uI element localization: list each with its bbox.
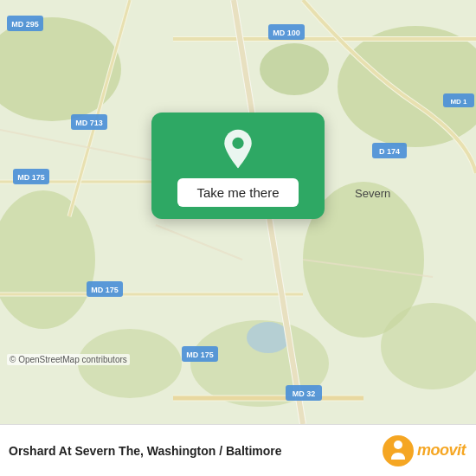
svg-point-9 [247, 322, 290, 353]
moovit-logo: moovit [383, 435, 466, 466]
card-overlay: Take me there [151, 113, 325, 219]
svg-text:MD 100: MD 100 [273, 29, 300, 37]
bottom-info: Orshard At Severn The, Washington / Balt… [9, 444, 282, 458]
svg-text:MD 175: MD 175 [17, 173, 45, 182]
copyright-text: © OpenStreetMap contributors [7, 354, 130, 365]
svg-point-45 [383, 435, 414, 466]
svg-text:D 174: D 174 [379, 147, 400, 156]
svg-text:MD 1: MD 1 [450, 98, 467, 106]
svg-text:MD 295: MD 295 [11, 20, 39, 29]
svg-point-46 [394, 441, 402, 449]
svg-point-8 [260, 43, 329, 95]
take-me-there-button[interactable]: Take me there [177, 178, 298, 207]
svg-text:MD 175: MD 175 [186, 351, 214, 359]
svg-text:MD 713: MD 713 [75, 119, 103, 127]
moovit-text: moovit [417, 441, 466, 460]
svg-point-44 [232, 138, 243, 149]
bottom-bar: Orshard At Severn The, Washington / Balt… [0, 424, 476, 476]
location-pin-icon [217, 128, 259, 170]
svg-text:MD 175: MD 175 [91, 286, 119, 294]
moovit-icon [383, 435, 414, 466]
svg-text:Severn: Severn [355, 187, 390, 200]
map-container: MD 295 MD 100 MD 713 MD 175 D 174 MD 175… [0, 0, 476, 424]
svg-text:MD 32: MD 32 [293, 389, 316, 398]
location-name: Orshard At Severn The, Washington / Balt… [9, 444, 282, 458]
